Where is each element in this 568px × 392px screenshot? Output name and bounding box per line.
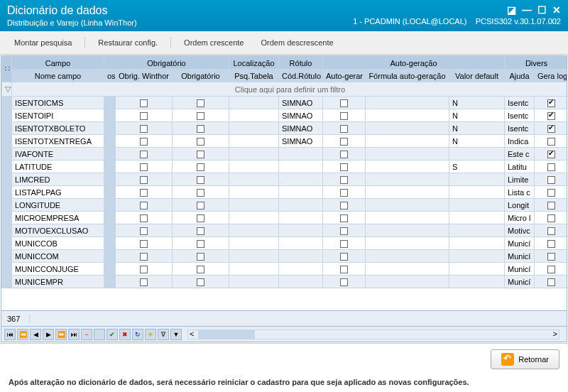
filter-handle[interactable]: ▽: [2, 82, 12, 97]
cell-cod-rotulo[interactable]: SIMNAO: [279, 97, 323, 109]
checkbox-icon[interactable]: [140, 266, 148, 273]
cell-os[interactable]: [104, 237, 116, 250]
checkbox-icon[interactable]: [340, 112, 348, 120]
cell-cod-rotulo[interactable]: [279, 276, 323, 288]
cell-valor-default[interactable]: N: [449, 97, 505, 109]
cell-valor-default[interactable]: [449, 237, 505, 250]
montar-pesquisa-button[interactable]: Montar pesquisa: [7, 36, 79, 50]
row-handle[interactable]: [2, 122, 12, 135]
checkbox-icon[interactable]: [340, 125, 348, 133]
cell-os[interactable]: [104, 263, 116, 276]
cell-auto-gerar[interactable]: [323, 224, 366, 237]
checkbox-icon[interactable]: [340, 151, 348, 158]
checkbox-icon[interactable]: [140, 227, 148, 235]
cell-obrigatorio[interactable]: [173, 224, 229, 237]
cell-os[interactable]: [104, 186, 116, 199]
cell-gera-log[interactable]: [535, 186, 567, 199]
edit-icon[interactable]: ◪: [507, 4, 516, 16]
row-handle[interactable]: [2, 276, 12, 288]
checkbox-icon[interactable]: [547, 214, 555, 222]
cell-nome[interactable]: MUNICCOB: [12, 237, 104, 250]
table-row[interactable]: MOTIVOEXCLUSAOMotivc: [2, 224, 567, 237]
cell-os[interactable]: [104, 173, 116, 186]
nav-prior-page-icon[interactable]: ⏪: [17, 329, 28, 340]
cell-obrigatorio[interactable]: [173, 199, 229, 212]
nav-delete-icon[interactable]: −: [81, 329, 92, 340]
cell-ajuda[interactable]: Isentc: [505, 122, 535, 135]
cell-ajuda[interactable]: Latitu: [505, 160, 535, 173]
checkbox-icon[interactable]: [547, 278, 555, 286]
checkbox-icon[interactable]: [197, 253, 204, 261]
col-group-obrigatorio[interactable]: Obrigatório: [104, 57, 229, 70]
cell-obrig-winthor[interactable]: [116, 237, 173, 250]
table-row[interactable]: IVAFONTEEste c: [2, 148, 567, 160]
checkbox-icon[interactable]: [140, 112, 148, 120]
table-row[interactable]: MUNICEMPRMunicí: [2, 276, 567, 288]
checkbox-icon[interactable]: [140, 125, 148, 133]
scroll-left-icon[interactable]: <: [190, 330, 194, 338]
cell-nome[interactable]: IVAFONTE: [12, 148, 104, 160]
cell-obrigatorio[interactable]: [173, 97, 229, 109]
cell-ajuda[interactable]: Longit: [505, 199, 535, 212]
cell-obrigatorio[interactable]: [173, 173, 229, 186]
nav-last-icon[interactable]: ⏭: [68, 329, 80, 340]
cell-valor-default[interactable]: [449, 199, 505, 212]
cell-auto-gerar[interactable]: [323, 186, 366, 199]
col-auto-gerar[interactable]: Auto-gerar: [323, 70, 366, 82]
cell-gera-log[interactable]: [535, 148, 567, 160]
cell-auto-gerar[interactable]: [323, 109, 366, 122]
cell-cod-rotulo[interactable]: [279, 250, 323, 263]
cell-ajuda[interactable]: Municí: [505, 237, 535, 250]
cell-os[interactable]: [104, 148, 116, 160]
cell-gera-log[interactable]: [535, 173, 567, 186]
cell-formula[interactable]: [366, 109, 449, 122]
cell-obrig-winthor[interactable]: [116, 122, 173, 135]
col-group-autogeracao[interactable]: Auto-geração: [323, 57, 505, 70]
checkbox-icon[interactable]: [547, 112, 555, 120]
cell-obrig-winthor[interactable]: [116, 109, 173, 122]
cell-psq[interactable]: [229, 173, 279, 186]
cell-nome[interactable]: LATITUDE: [12, 160, 104, 173]
checkbox-icon[interactable]: [140, 214, 148, 222]
checkbox-icon[interactable]: [197, 189, 204, 197]
cell-psq[interactable]: [229, 122, 279, 135]
cell-os[interactable]: [104, 199, 116, 212]
cell-gera-log[interactable]: [535, 199, 567, 212]
cell-cod-rotulo[interactable]: [279, 173, 323, 186]
cell-cod-rotulo[interactable]: [279, 212, 323, 224]
row-handle[interactable]: [2, 250, 12, 263]
cell-cod-rotulo[interactable]: SIMNAO: [279, 122, 323, 135]
cell-ajuda[interactable]: Micro l: [505, 212, 535, 224]
cell-psq[interactable]: [229, 109, 279, 122]
table-row[interactable]: ISENTOTXENTREGASIMNAONIndica: [2, 135, 567, 148]
cell-valor-default[interactable]: [449, 224, 505, 237]
checkbox-icon[interactable]: [547, 138, 555, 146]
cell-auto-gerar[interactable]: [323, 276, 366, 288]
nav-refresh-icon[interactable]: ↻: [132, 329, 143, 340]
cell-valor-default[interactable]: N: [449, 135, 505, 148]
checkbox-icon[interactable]: [547, 163, 555, 171]
col-ajuda[interactable]: Ajuda: [505, 70, 535, 82]
cell-formula[interactable]: [366, 237, 449, 250]
cell-nome[interactable]: LISTAPLPAG: [12, 186, 104, 199]
cell-psq[interactable]: [229, 135, 279, 148]
table-row[interactable]: MUNICCOBMunicí: [2, 237, 567, 250]
nav-next-icon[interactable]: ▶: [43, 329, 54, 340]
cell-auto-gerar[interactable]: [323, 263, 366, 276]
cell-auto-gerar[interactable]: [323, 135, 366, 148]
checkbox-icon[interactable]: [547, 176, 555, 184]
scroll-right-icon[interactable]: >: [553, 330, 557, 338]
checkbox-icon[interactable]: [140, 151, 148, 158]
cell-formula[interactable]: [366, 212, 449, 224]
table-row[interactable]: ISENTOICMSSIMNAONIsentc: [2, 97, 567, 109]
cell-obrig-winthor[interactable]: [116, 173, 173, 186]
cell-auto-gerar[interactable]: [323, 148, 366, 160]
filter-prompt[interactable]: Clique aqui para definir um filtro: [12, 82, 567, 97]
cell-valor-default[interactable]: N: [449, 109, 505, 122]
cell-auto-gerar[interactable]: [323, 97, 366, 109]
cell-formula[interactable]: [366, 122, 449, 135]
row-handle[interactable]: [2, 212, 12, 224]
cell-psq[interactable]: [229, 186, 279, 199]
cell-formula[interactable]: [366, 186, 449, 199]
cell-os[interactable]: [104, 276, 116, 288]
